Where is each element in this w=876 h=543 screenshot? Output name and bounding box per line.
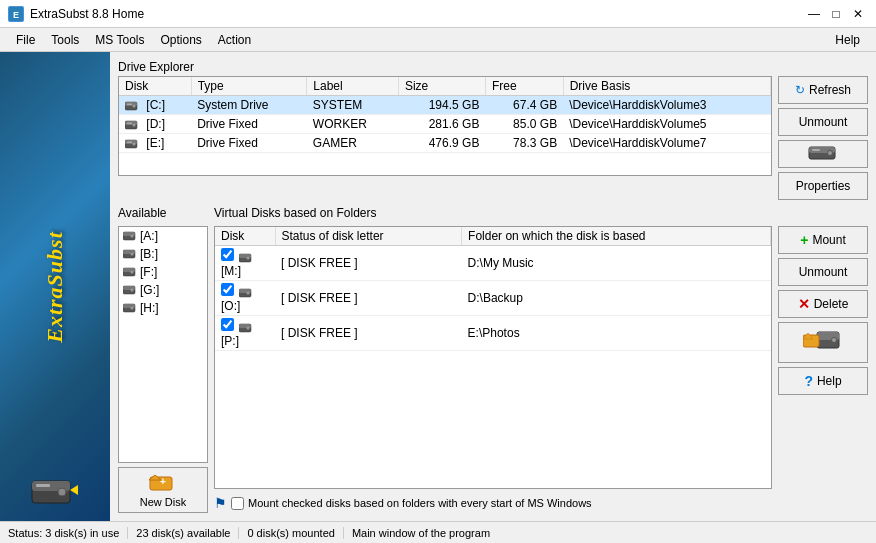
folder-drive-icon <box>803 327 843 358</box>
unmount-drive-button[interactable]: Unmount <box>778 108 868 136</box>
svg-rect-14 <box>127 122 132 124</box>
svg-point-31 <box>131 271 134 274</box>
vcol-folder: Folder on which the disk is based <box>462 227 771 246</box>
virtual-table: Disk Status of disk letter Folder on whi… <box>215 227 771 351</box>
mount-checkbox-label: Mount checked disks based on folders wit… <box>248 497 592 509</box>
sidebar-text: ExtraSubst <box>42 231 68 343</box>
svg-point-37 <box>131 307 134 310</box>
flag-icon: ⚑ <box>214 495 227 511</box>
available-disk-item[interactable]: [B:] <box>119 245 207 263</box>
menu-help[interactable]: Help <box>827 31 868 49</box>
col-size: Size <box>398 77 485 96</box>
drive-table: Disk Type Label Size Free Drive Basis <box>119 77 771 153</box>
delete-button[interactable]: ✕ Delete <box>778 290 868 318</box>
new-disk-icon: + <box>149 472 177 494</box>
svg-point-49 <box>247 326 250 329</box>
menu-file[interactable]: File <box>8 31 43 49</box>
virtual-table-row[interactable]: [P:] [ DISK FREE ] E:\Photos <box>215 316 771 351</box>
status-segment: Main window of the program <box>344 527 498 539</box>
menu-options[interactable]: Options <box>153 31 210 49</box>
window-controls: — □ ✕ <box>804 4 868 24</box>
app-icon: E <box>8 6 24 22</box>
available-disk-item[interactable]: [A:] <box>119 227 207 245</box>
sidebar: ExtraSubst <box>0 52 110 521</box>
plus-icon: + <box>800 232 808 248</box>
maximize-button[interactable]: □ <box>826 4 846 24</box>
svg-point-17 <box>133 142 136 145</box>
folder-drive-button[interactable] <box>778 322 868 363</box>
unmount-virtual-button[interactable]: Unmount <box>778 258 868 286</box>
status-segment: Status: 3 disk(s) in use <box>8 527 128 539</box>
svg-point-4 <box>58 488 66 496</box>
main-content: ExtraSubst Drive Explorer <box>0 52 876 521</box>
svg-text:E: E <box>13 10 19 20</box>
svg-point-25 <box>131 235 134 238</box>
virtual-row-checkbox[interactable] <box>221 318 234 331</box>
mount-checkbox-row: ⚑ Mount checked disks based on folders w… <box>214 493 772 513</box>
window-title: ExtraSubst 8.8 Home <box>30 7 804 21</box>
svg-text:+: + <box>160 476 166 487</box>
col-disk: Disk <box>119 77 191 96</box>
mount-checkbox[interactable] <box>231 497 244 510</box>
col-free: Free <box>485 77 563 96</box>
drive-table-row[interactable]: [E:] Drive Fixed GAMER 476.9 GB 78.3 GB … <box>119 134 771 153</box>
statusbar: Status: 3 disk(s) in use23 disk(s) avail… <box>0 521 876 543</box>
virtual-table-container: Disk Status of disk letter Folder on whi… <box>214 226 772 489</box>
vcol-status: Status of disk letter <box>275 227 462 246</box>
vcol-disk: Disk <box>215 227 275 246</box>
virtual-actions: + Mount Unmount ✕ Delete <box>778 226 868 513</box>
svg-point-13 <box>133 123 136 126</box>
svg-point-43 <box>247 256 250 259</box>
available-list: [A:] [B:] [F:] [G:] [H:] <box>118 226 208 463</box>
new-disk-label: New Disk <box>140 496 186 508</box>
right-panel: Drive Explorer Disk Type Label Size Free… <box>110 52 876 521</box>
menu-action[interactable]: Action <box>210 31 259 49</box>
svg-point-9 <box>133 104 136 107</box>
properties-button[interactable]: Properties <box>778 172 868 200</box>
menu-ms-tools[interactable]: MS Tools <box>87 31 152 49</box>
drive-icon-button[interactable] <box>778 140 868 168</box>
drive-table-row[interactable]: [D:] Drive Fixed WORKER 281.6 GB 85.0 GB… <box>119 115 771 134</box>
refresh-icon: ↻ <box>795 83 805 97</box>
available-label: Available <box>118 206 208 220</box>
virtual-table-row[interactable]: [O:] [ DISK FREE ] D:\Backup <box>215 281 771 316</box>
svg-point-21 <box>828 150 833 155</box>
svg-rect-10 <box>127 103 132 105</box>
col-basis: Drive Basis <box>563 77 770 96</box>
svg-point-34 <box>131 289 134 292</box>
col-label: Label <box>307 77 399 96</box>
status-segment: 0 disk(s) mounted <box>239 527 343 539</box>
virtual-row-checkbox[interactable] <box>221 248 234 261</box>
bottom-section: Available [A:] [B:] [F:] [G:] <box>118 206 868 513</box>
drive-explorer-area: Disk Type Label Size Free Drive Basis <box>118 76 868 200</box>
available-disk-item[interactable]: [F:] <box>119 263 207 281</box>
available-disk-item[interactable]: [G:] <box>119 281 207 299</box>
x-icon: ✕ <box>798 296 810 312</box>
drive-explorer-section: Drive Explorer Disk Type Label Size Free… <box>118 60 868 200</box>
menubar: File Tools MS Tools Options Action Help <box>0 28 876 52</box>
svg-rect-22 <box>812 149 820 151</box>
minimize-button[interactable]: — <box>804 4 824 24</box>
help-icon: ? <box>804 373 813 389</box>
virtual-row-checkbox[interactable] <box>221 283 234 296</box>
refresh-button[interactable]: ↻ Refresh <box>778 76 868 104</box>
sidebar-disk-icon <box>30 473 80 511</box>
drive-table-row[interactable]: [C:] System Drive SYSTEM 194.5 GB 67.4 G… <box>119 96 771 115</box>
status-segment: 23 disk(s) available <box>128 527 239 539</box>
drive-small-icon <box>808 144 838 165</box>
col-type: Type <box>191 77 307 96</box>
svg-point-52 <box>832 338 837 343</box>
available-panel: Available [A:] [B:] [F:] [G:] <box>118 206 208 513</box>
svg-point-46 <box>247 291 250 294</box>
mount-button[interactable]: + Mount <box>778 226 868 254</box>
close-button[interactable]: ✕ <box>848 4 868 24</box>
drive-explorer-label: Drive Explorer <box>118 60 868 74</box>
svg-marker-6 <box>70 485 78 495</box>
available-disk-item[interactable]: [H:] <box>119 299 207 317</box>
help-virtual-button[interactable]: ? Help <box>778 367 868 395</box>
svg-point-28 <box>131 253 134 256</box>
virtual-table-row[interactable]: [M:] [ DISK FREE ] D:\My Music <box>215 246 771 281</box>
menu-tools[interactable]: Tools <box>43 31 87 49</box>
svg-rect-5 <box>36 484 50 487</box>
new-disk-button[interactable]: + New Disk <box>118 467 208 513</box>
